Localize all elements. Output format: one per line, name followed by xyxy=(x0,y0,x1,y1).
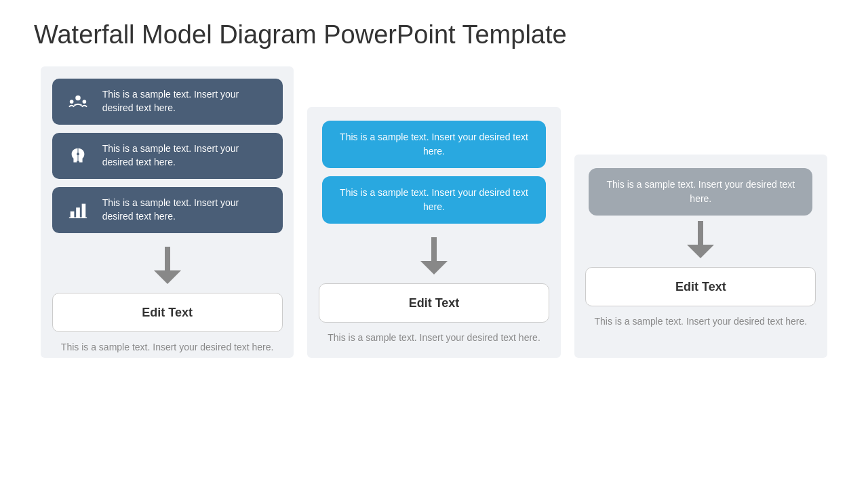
blue-card-1-text: This is a sample text. Insert your desir… xyxy=(334,130,534,159)
blue-card-2-text: This is a sample text. Insert your desir… xyxy=(334,186,534,214)
dark-card-2[interactable]: This is a sample text. Insert your desir… xyxy=(52,133,283,179)
col2-arrow xyxy=(420,237,448,274)
svg-rect-13 xyxy=(698,221,703,245)
col3-edit-box[interactable]: Edit Text xyxy=(585,267,816,306)
col3-content: This is a sample text. Insert your desir… xyxy=(568,66,834,329)
dark-card-1[interactable]: This is a sample text. Insert your desir… xyxy=(52,79,283,125)
chart-icon xyxy=(64,197,92,224)
col2-edit-label: Edit Text xyxy=(409,296,460,310)
col3-desc: This is a sample text. Insert your desir… xyxy=(585,314,816,329)
dark-card-3[interactable]: This is a sample text. Insert your desir… xyxy=(52,187,283,233)
column-3: This is a sample text. Insert your desir… xyxy=(568,66,834,432)
svg-rect-11 xyxy=(431,237,437,261)
blue-card-2[interactable]: This is a sample text. Insert your desir… xyxy=(322,176,546,224)
blue-card-1[interactable]: This is a sample text. Insert your desir… xyxy=(322,121,546,168)
col1-arrow xyxy=(154,247,181,284)
col3-arrow xyxy=(687,221,714,258)
diagram-area: This is a sample text. Insert your desir… xyxy=(34,66,834,432)
svg-rect-6 xyxy=(76,207,80,218)
col2-edit-box[interactable]: Edit Text xyxy=(319,283,549,323)
svg-point-0 xyxy=(75,96,81,101)
col1-content: This is a sample text. Insert your desir… xyxy=(34,66,300,354)
page-title: Waterfall Model Diagram PowerPoint Templ… xyxy=(34,20,834,49)
gray-card-1[interactable]: This is a sample text. Insert your desir… xyxy=(589,168,812,216)
col3-edit-label: Edit Text xyxy=(675,280,726,294)
column-2: This is a sample text. Insert your desir… xyxy=(300,66,567,432)
svg-point-2 xyxy=(82,100,86,104)
svg-rect-9 xyxy=(165,247,170,270)
card-1-text: This is a sample text. Insert your desir… xyxy=(102,88,271,115)
column-1: This is a sample text. Insert your desir… xyxy=(34,66,300,432)
col1-edit-label: Edit Text xyxy=(142,306,193,320)
people-icon xyxy=(64,88,92,115)
col2-desc: This is a sample text. Insert your desir… xyxy=(319,331,549,345)
svg-marker-12 xyxy=(420,261,448,274)
card-3-text: This is a sample text. Insert your desir… xyxy=(102,197,271,223)
svg-rect-7 xyxy=(81,204,85,218)
page: Waterfall Model Diagram PowerPoint Templ… xyxy=(0,0,868,488)
col1-edit-box[interactable]: Edit Text xyxy=(52,293,283,332)
svg-rect-5 xyxy=(70,211,74,218)
svg-marker-14 xyxy=(687,245,714,258)
col2-content: This is a sample text. Insert your desir… xyxy=(300,66,567,345)
gray-card-1-text: This is a sample text. Insert your desir… xyxy=(601,178,800,206)
card-2-text: This is a sample text. Insert your desir… xyxy=(102,142,271,169)
svg-point-1 xyxy=(69,100,73,104)
col1-desc: This is a sample text. Insert your desir… xyxy=(52,340,283,354)
svg-marker-10 xyxy=(154,270,181,284)
brain-icon xyxy=(64,142,92,169)
